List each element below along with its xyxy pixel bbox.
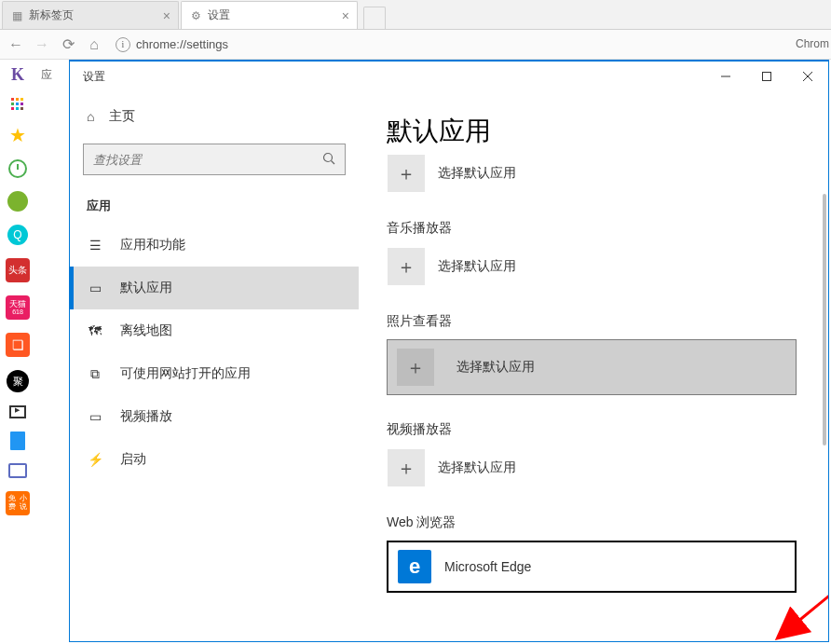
settings-nav: ⌂ 主页 应用 ☰ 应用和功能 ▭ 默认应用 🗺 离线地图 xyxy=(70,91,359,641)
forward-button[interactable]: → xyxy=(32,34,52,55)
book-icon[interactable] xyxy=(10,432,25,450)
nav-label: 默认应用 xyxy=(120,280,172,296)
nav-offline-maps[interactable]: 🗺 离线地图 xyxy=(70,309,359,352)
toutiao-icon[interactable]: 头条 xyxy=(6,258,30,282)
video-app-icon[interactable] xyxy=(9,405,26,418)
list-icon: ☰ xyxy=(87,238,103,253)
tmall-icon[interactable]: 天猫618 xyxy=(6,295,30,320)
reload-button[interactable]: ⟳ xyxy=(58,34,78,55)
settings-main: 默认应用 ＋ 选择默认应用 音乐播放器 ＋ 选择默认应用 照片查看器 ＋ 选择默… xyxy=(359,91,828,641)
content-hint: 应 xyxy=(41,67,52,83)
back-button[interactable]: ← xyxy=(6,34,26,55)
k-logo-icon[interactable]: K xyxy=(11,65,24,85)
home-icon: ⌂ xyxy=(87,109,94,124)
sidebar-rail: K ★ Q 头条 天猫618 ❏ 聚 免费小说 xyxy=(0,60,35,515)
dev-icon[interactable] xyxy=(8,463,27,478)
svg-line-6 xyxy=(797,455,828,623)
url-field[interactable]: i chrome://settings xyxy=(110,34,825,56)
plus-icon: ＋ xyxy=(388,155,425,192)
option-label: 选择默认应用 xyxy=(438,165,516,182)
option-label: 选择默认应用 xyxy=(438,459,516,476)
option-label: 选择默认应用 xyxy=(438,258,516,275)
close-icon[interactable]: × xyxy=(342,8,349,23)
settings-search[interactable] xyxy=(83,144,346,175)
group-photo: 照片查看器 xyxy=(387,313,800,330)
search-input[interactable] xyxy=(93,153,322,167)
defaults-icon: ▭ xyxy=(87,281,103,295)
tab-settings[interactable]: ⚙ 设置 × xyxy=(181,1,358,29)
tab-new[interactable]: ▦ 新标签页 × xyxy=(2,1,179,29)
svg-rect-1 xyxy=(763,73,771,81)
close-icon[interactable]: × xyxy=(163,8,170,23)
tab-title: 设置 xyxy=(208,7,230,23)
choose-photo-default[interactable]: ＋ 选择默认应用 xyxy=(387,339,797,395)
window-title: 设置 xyxy=(83,69,105,85)
windows-settings-window: 设置 ⌂ 主页 应用 ☰ 应用和功能 xyxy=(69,60,829,642)
maximize-button[interactable] xyxy=(746,62,787,91)
nav-home-label: 主页 xyxy=(109,108,135,125)
url-text: chrome://settings xyxy=(136,37,228,51)
new-tab-button[interactable] xyxy=(363,7,386,29)
nav-apps-for-websites[interactable]: ⧉ 可使用网站打开的应用 xyxy=(70,352,359,395)
choose-video-default[interactable]: ＋ 选择默认应用 xyxy=(387,447,800,488)
nav-startup[interactable]: ⚡ 启动 xyxy=(70,438,359,481)
option-label: Microsoft Edge xyxy=(444,559,531,574)
plus-icon: ＋ xyxy=(397,349,434,386)
group-music: 音乐播放器 xyxy=(387,220,800,237)
plus-icon: ＋ xyxy=(388,248,425,285)
wechat-icon[interactable] xyxy=(7,191,28,212)
startup-icon: ⚡ xyxy=(87,452,103,467)
tab-title: 新标签页 xyxy=(29,7,74,23)
edge-icon: e xyxy=(398,550,431,583)
chrome-hint: Chrom xyxy=(796,37,829,50)
svg-line-5 xyxy=(332,160,335,164)
web-browser-default[interactable]: e Microsoft Edge xyxy=(387,541,797,593)
group-web: Web 浏览器 xyxy=(387,514,800,531)
orange-app-icon[interactable]: ❏ xyxy=(6,333,30,357)
info-icon: i xyxy=(116,37,130,52)
nav-home[interactable]: ⌂ 主页 xyxy=(70,99,359,134)
scrollbar[interactable] xyxy=(823,194,826,445)
star-icon[interactable]: ★ xyxy=(9,124,26,146)
page-heading: 默认应用 xyxy=(387,114,800,149)
svg-point-4 xyxy=(324,153,333,161)
novel-icon[interactable]: 免费小说 xyxy=(6,491,30,515)
nav-label: 离线地图 xyxy=(120,322,172,339)
ju-icon[interactable]: 聚 xyxy=(7,370,29,392)
option-label: 选择默认应用 xyxy=(456,359,535,376)
nav-section-apps: 应用 xyxy=(70,188,359,224)
grid-icon: ▦ xyxy=(10,9,23,22)
group-video: 视频播放器 xyxy=(387,421,800,438)
search-icon xyxy=(322,152,335,168)
nav-label: 视频播放 xyxy=(120,408,172,425)
choose-email-default[interactable]: ＋ 选择默认应用 xyxy=(387,153,800,194)
address-bar: ← → ⟳ ⌂ i chrome://settings xyxy=(0,30,831,60)
nav-apps-features[interactable]: ☰ 应用和功能 xyxy=(70,224,359,267)
apps-grid-icon[interactable] xyxy=(11,98,24,111)
minimize-button[interactable] xyxy=(705,62,746,91)
plus-icon: ＋ xyxy=(388,449,425,486)
nav-video-playback[interactable]: ▭ 视频播放 xyxy=(70,395,359,438)
gear-icon: ⚙ xyxy=(189,9,202,22)
clock-icon[interactable] xyxy=(8,159,27,178)
tab-strip: ▦ 新标签页 × ⚙ 设置 × xyxy=(0,0,831,30)
nav-label: 可使用网站打开的应用 xyxy=(120,365,251,382)
link-icon: ⧉ xyxy=(87,366,103,382)
nav-label: 应用和功能 xyxy=(120,237,185,253)
choose-music-default[interactable]: ＋ 选择默认应用 xyxy=(387,246,800,287)
window-titlebar[interactable]: 设置 xyxy=(70,62,828,91)
home-button[interactable]: ⌂ xyxy=(84,34,104,55)
nav-label: 启动 xyxy=(120,451,146,468)
cyan-circle-icon[interactable]: Q xyxy=(7,225,28,245)
video-icon: ▭ xyxy=(87,409,103,424)
close-button[interactable] xyxy=(787,62,828,91)
map-icon: 🗺 xyxy=(87,323,103,338)
nav-default-apps[interactable]: ▭ 默认应用 xyxy=(70,267,359,309)
